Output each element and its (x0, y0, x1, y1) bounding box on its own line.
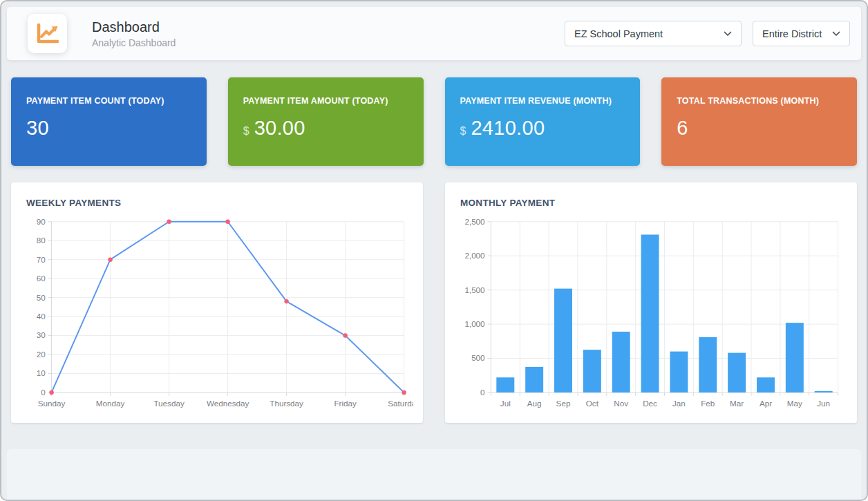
stat-card-label: TOTAL TRANSACTIONS (MONTH) (677, 96, 842, 106)
header: Dashboard Analytic Dashboard EZ School P… (7, 7, 861, 60)
svg-text:Apr: Apr (760, 399, 772, 408)
svg-text:1,500: 1,500 (464, 285, 485, 294)
svg-text:Thursday: Thursday (270, 399, 303, 408)
stat-cards-row: PAYMENT ITEM COUNT (TODAY) 30 PAYMENT IT… (11, 77, 857, 166)
app-window: Dashboard Analytic Dashboard EZ School P… (0, 0, 868, 501)
svg-text:Jul: Jul (500, 399, 511, 408)
svg-text:10: 10 (37, 368, 46, 377)
svg-text:Jan: Jan (672, 399, 686, 408)
payment-system-select[interactable]: EZ School Payment (565, 21, 742, 46)
monthly-payment-chart: 05001,0001,5002,0002,500JulAugSepOctNovD… (456, 215, 847, 417)
stat-card-value: 6 (677, 117, 688, 140)
svg-text:Saturday: Saturday (388, 399, 413, 408)
monthly-payment-card: MONTHLY PAYMENT 05001,0001,5002,0002,500… (445, 182, 857, 423)
svg-text:Sunday: Sunday (38, 399, 66, 408)
svg-text:20: 20 (37, 350, 46, 359)
svg-text:50: 50 (37, 293, 46, 302)
currency-symbol: $ (460, 125, 466, 138)
district-select-value: Entire District (762, 28, 832, 39)
stat-card-value: 30 (26, 117, 49, 140)
svg-text:500: 500 (471, 353, 485, 362)
weekly-payments-chart: 0102030405060708090SundayMondayTuesdayWe… (22, 215, 413, 417)
stat-card-value: 2410.00 (471, 117, 545, 140)
dashboard-logo (28, 14, 67, 53)
svg-text:Wednesday: Wednesday (207, 399, 249, 408)
chevron-down-icon (832, 31, 840, 37)
svg-text:Aug: Aug (527, 399, 542, 408)
currency-symbol: $ (243, 125, 249, 138)
svg-text:60: 60 (37, 274, 46, 283)
stat-card-payment-item-count: PAYMENT ITEM COUNT (TODAY) 30 (11, 77, 207, 166)
charts-row: WEEKLY PAYMENTS 0102030405060708090Sunda… (11, 182, 857, 423)
page-title: Dashboard (92, 19, 176, 36)
svg-text:2,000: 2,000 (464, 251, 485, 260)
svg-text:Dec: Dec (643, 399, 657, 408)
svg-text:Friday: Friday (334, 399, 357, 408)
footer-panel (7, 449, 861, 500)
svg-text:1,000: 1,000 (464, 319, 485, 328)
svg-text:0: 0 (41, 388, 46, 397)
stat-card-label: PAYMENT ITEM REVENUE (MONTH) (460, 96, 625, 106)
chevron-down-icon (724, 31, 732, 37)
svg-text:Oct: Oct (586, 399, 599, 408)
payment-system-select-value: EZ School Payment (574, 28, 724, 39)
title-block: Dashboard Analytic Dashboard (92, 19, 176, 48)
svg-text:Feb: Feb (701, 399, 715, 408)
stat-card-payment-item-revenue: PAYMENT ITEM REVENUE (MONTH) $ 2410.00 (445, 77, 641, 166)
stat-card-label: PAYMENT ITEM COUNT (TODAY) (26, 96, 191, 106)
district-select[interactable]: Entire District (753, 21, 850, 46)
svg-text:0: 0 (480, 388, 485, 397)
svg-text:Tuesday: Tuesday (153, 399, 184, 408)
stat-card-label: PAYMENT ITEM AMOUNT (TODAY) (243, 96, 408, 106)
stat-card-value: 30.00 (254, 117, 305, 140)
monthly-payment-title: MONTHLY PAYMENT (460, 198, 847, 208)
stat-card-payment-item-amount: PAYMENT ITEM AMOUNT (TODAY) $ 30.00 (228, 77, 424, 166)
svg-text:70: 70 (37, 255, 46, 264)
chart-line-icon (36, 23, 59, 45)
svg-text:80: 80 (37, 236, 46, 245)
weekly-payments-title: WEEKLY PAYMENTS (26, 198, 413, 208)
page-subtitle: Analytic Dashboard (92, 37, 176, 48)
svg-text:Nov: Nov (614, 399, 628, 408)
svg-text:May: May (787, 399, 802, 408)
svg-text:Mar: Mar (730, 399, 744, 408)
svg-text:30: 30 (37, 330, 46, 339)
svg-text:90: 90 (37, 217, 46, 226)
svg-text:Jun: Jun (817, 399, 830, 408)
stat-card-total-transactions: TOTAL TRANSACTIONS (MONTH) 6 (661, 77, 857, 166)
svg-text:Sep: Sep (556, 399, 571, 408)
svg-text:Monday: Monday (96, 399, 125, 408)
svg-text:2,500: 2,500 (464, 217, 485, 226)
svg-text:40: 40 (37, 312, 46, 321)
weekly-payments-card: WEEKLY PAYMENTS 0102030405060708090Sunda… (11, 182, 423, 423)
